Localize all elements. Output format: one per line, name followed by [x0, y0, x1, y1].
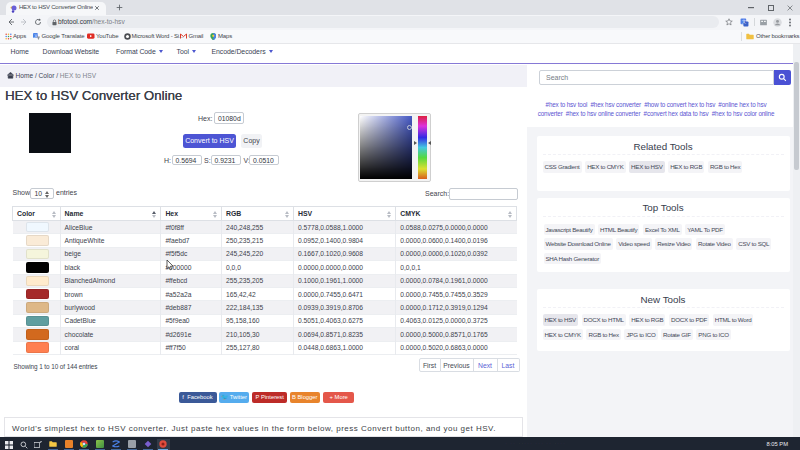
svg-text:文: 文 — [742, 19, 747, 24]
